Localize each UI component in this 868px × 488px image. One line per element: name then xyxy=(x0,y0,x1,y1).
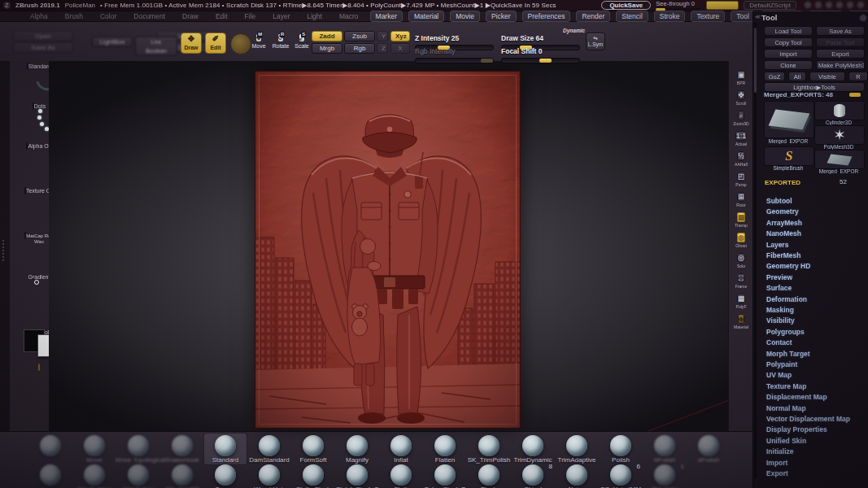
quicksave-button[interactable]: QuickSave xyxy=(601,1,651,10)
brush-flatten[interactable]: Flatten xyxy=(422,435,468,464)
shelf-bpr-button[interactable]: ▣BPR xyxy=(731,66,751,86)
shelf-solo-button[interactable]: ◎Solo xyxy=(731,249,751,269)
subpalette-export[interactable]: Export xyxy=(766,469,788,477)
menu-marker[interactable]: Marker xyxy=(370,11,403,22)
save-as-button[interactable]: Save As xyxy=(13,42,73,53)
brush-chisel[interactable]: 8Chisel xyxy=(510,464,556,488)
shelf-ghost-button[interactable]: ◍Ghost xyxy=(731,229,751,249)
tool-goz-button[interactable]: GoZ xyxy=(764,72,785,81)
brush-sc-hair-imm[interactable]: 6SC_Hair_IMM xyxy=(598,464,643,488)
titlebar-icon-5[interactable] xyxy=(846,1,854,9)
brush-wood-hair[interactable]: Wood Hair xyxy=(246,464,292,488)
recent-tool-merged-expor[interactable] xyxy=(814,150,865,169)
menus-toggle-button[interactable] xyxy=(706,1,739,10)
subpalette-geometry-hd[interactable]: Geometry HD xyxy=(766,262,810,270)
titlebar-icon-1[interactable] xyxy=(804,1,812,9)
palette-menu-icon[interactable] xyxy=(859,14,867,22)
subpalette-displacement-map[interactable]: Displacement Map xyxy=(766,393,827,401)
menu-picker[interactable]: Picker xyxy=(486,11,517,22)
brush-sk-clayfill[interactable]: SK_ClayFill xyxy=(159,464,205,488)
rgb-button[interactable]: Rgb xyxy=(344,43,375,54)
menu-movie[interactable]: Movie xyxy=(450,11,480,22)
shelf-floor-button[interactable]: ⊞Floor xyxy=(731,188,751,208)
brush-selwy-pinch-b[interactable]: Selwy Pinch B xyxy=(422,464,468,488)
sculpt-document[interactable] xyxy=(255,71,521,429)
menu-color[interactable]: Color xyxy=(94,11,122,22)
lightbox-button[interactable]: LightBox xyxy=(92,37,133,47)
mrgb-button[interactable]: Mrgb xyxy=(312,43,342,54)
subpalette-subtool[interactable]: Subtool xyxy=(766,197,792,205)
shelf-frame-button[interactable]: ⛶Frame xyxy=(731,269,751,290)
menu-document[interactable]: Document xyxy=(128,11,171,22)
brush-formsoft[interactable]: FormSoft xyxy=(290,435,336,464)
subpalette-display-properties[interactable]: Display Properties xyxy=(766,425,827,434)
titlebar-icon-3[interactable] xyxy=(825,1,833,9)
subpalette-visibility[interactable]: Visibility xyxy=(766,316,795,325)
tool-r-button[interactable]: R xyxy=(848,72,868,81)
texture-off-icon[interactable] xyxy=(24,187,26,194)
brush-magnify[interactable]: Magnify xyxy=(334,435,380,464)
tray-scrollbar-thumb[interactable] xyxy=(754,28,757,93)
rotate-button[interactable]: ⟳R Rotate xyxy=(271,33,290,49)
edit-button[interactable]: ✐ Edit xyxy=(205,33,226,54)
shelf-polyf-button[interactable]: ▦PolyF xyxy=(731,290,751,310)
shelf-persp-button[interactable]: ◰Persp xyxy=(731,168,751,188)
brush-clotch-pinch-c[interactable]: Clotch Pinch C xyxy=(334,464,380,488)
subpalette-surface[interactable]: Surface xyxy=(766,284,792,292)
subpalette-polygroups[interactable]: Polygroups xyxy=(766,328,805,336)
titlebar-icon-2[interactable] xyxy=(814,1,822,9)
menu-light[interactable]: Light xyxy=(302,11,328,22)
shelf-aahalf-button[interactable]: ½AAHalf xyxy=(731,147,751,168)
open-button[interactable]: Open xyxy=(13,31,73,41)
menu-file[interactable]: File xyxy=(239,11,262,22)
brush-claybuildup[interactable]: ClayBuildup xyxy=(72,464,117,488)
recent-tool-cylinder3d[interactable] xyxy=(814,101,865,120)
subpalette-texture-map[interactable]: Texture Map xyxy=(766,382,806,390)
zadd-button[interactable]: Zadd xyxy=(312,31,342,41)
tool-import-button[interactable]: Import xyxy=(764,49,813,59)
default-zscript-button[interactable]: DefaultZScript xyxy=(744,1,796,10)
subpalette-fibermesh[interactable]: FiberMesh xyxy=(766,251,801,259)
menu-material[interactable]: Material xyxy=(408,11,444,22)
rgb-intensity-knob[interactable] xyxy=(481,59,493,63)
brush-polish[interactable]: Polish xyxy=(598,435,643,464)
brush-inflat[interactable]: Inflat xyxy=(378,435,424,464)
rgb-intensity-slider[interactable]: Rgb Intensity xyxy=(415,42,494,63)
brush-move-topological[interactable]: Move Topological xyxy=(116,435,161,464)
tool-visible-button[interactable]: Visible xyxy=(809,72,845,81)
subpalette-contact[interactable]: Contact xyxy=(766,338,792,346)
tool-copy-tool-button[interactable]: Copy Tool xyxy=(764,37,813,47)
shelf-zoom3d-button[interactable]: ⌕Zoom3D xyxy=(731,107,751,127)
brush-pinch[interactable]: Pinch xyxy=(466,464,512,488)
brush-zmodeler[interactable]: 1ZModeler xyxy=(642,464,687,488)
tool-save-as-button[interactable]: Save As xyxy=(816,26,865,36)
brush-cloth-slash[interactable]: Cloth_Slash xyxy=(290,464,336,488)
brush-snakehook[interactable]: SnakeHook xyxy=(159,435,205,464)
fill-object-button[interactable] xyxy=(38,364,40,371)
tool-clone-button[interactable]: Clone xyxy=(764,60,813,70)
collapse-tray-icon[interactable]: ≪ xyxy=(755,14,761,20)
z-axis-button[interactable]: Z xyxy=(377,43,388,54)
menu-texture[interactable]: Texture xyxy=(691,11,725,22)
menu-macro[interactable]: Macro xyxy=(334,11,364,22)
brush-standard[interactable]: Standard xyxy=(203,435,248,464)
brush-noise[interactable]: Noise xyxy=(554,464,600,488)
subpalette-deformation[interactable]: Deformation xyxy=(766,295,807,303)
standard-brush-icon[interactable] xyxy=(27,63,28,70)
brush-crease[interactable]: Crease xyxy=(203,464,248,488)
subpalette-unified-skin[interactable]: Unified Skin xyxy=(766,437,806,445)
menu-draw[interactable]: Draw xyxy=(177,11,204,22)
focal-shift-slider[interactable]: Focal Shift 0 xyxy=(501,42,580,63)
move-button[interactable]: ✥M Move xyxy=(249,33,268,49)
active-tool-header[interactable]: Merged_EXPORTS: 48 xyxy=(764,91,833,98)
brush-claytubes[interactable]: ClayTubes xyxy=(116,464,161,488)
focal-shift-knob[interactable] xyxy=(539,59,552,63)
recent-tool-polymesh3d[interactable]: ✶ xyxy=(814,125,865,145)
shelf-transp-button[interactable]: ▩Transp xyxy=(731,208,751,229)
titlebar-icon-6[interactable] xyxy=(857,1,865,9)
brush-trimdynamic[interactable]: TrimDynamic xyxy=(510,435,556,464)
brush-unnamed[interactable] xyxy=(28,435,73,457)
subpalette-import[interactable]: Import xyxy=(766,459,787,467)
subpalette-layers[interactable]: Layers xyxy=(766,241,788,249)
subpalette-arraymesh[interactable]: ArrayMesh xyxy=(766,219,802,227)
